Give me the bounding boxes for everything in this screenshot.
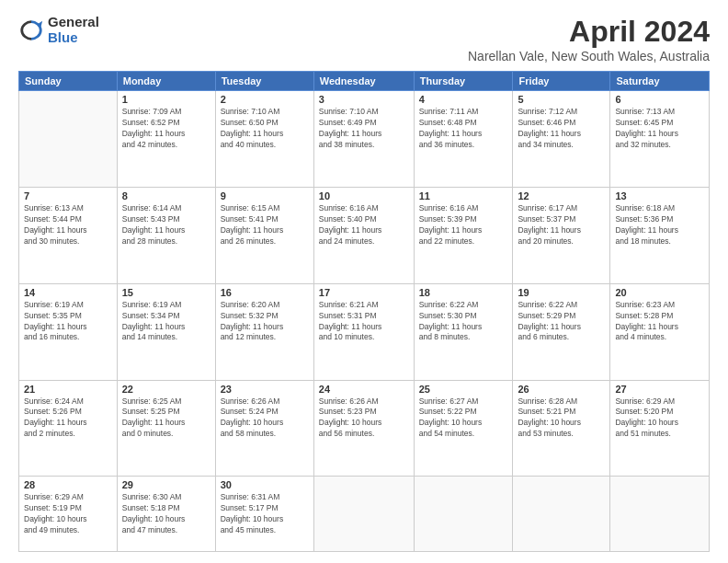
table-row: 24Sunrise: 6:26 AMSunset: 5:23 PMDayligh…: [313, 380, 414, 477]
day-number: 18: [419, 287, 508, 298]
table-row: [313, 477, 414, 552]
header-monday: Monday: [117, 72, 215, 91]
day-info: Sunrise: 6:27 AMSunset: 5:22 PMDaylight:…: [419, 396, 508, 441]
logo-blue-text: Blue: [48, 30, 99, 46]
table-row: 2Sunrise: 7:10 AMSunset: 6:50 PMDaylight…: [215, 91, 313, 188]
day-info: Sunrise: 6:26 AMSunset: 5:23 PMDaylight:…: [319, 396, 409, 441]
day-number: 12: [518, 190, 605, 201]
table-row: 5Sunrise: 7:12 AMSunset: 6:46 PMDaylight…: [513, 91, 610, 188]
logo-text: General Blue: [48, 15, 99, 45]
header-saturday: Saturday: [610, 72, 710, 91]
day-number: 10: [319, 190, 409, 201]
day-info: Sunrise: 6:28 AMSunset: 5:21 PMDaylight:…: [518, 396, 605, 441]
table-row: 21Sunrise: 6:24 AMSunset: 5:26 PMDayligh…: [19, 380, 118, 477]
table-row: 1Sunrise: 7:09 AMSunset: 6:52 PMDaylight…: [117, 91, 215, 188]
day-number: 23: [221, 384, 309, 395]
day-number: 30: [221, 479, 309, 490]
table-row: [513, 477, 610, 552]
day-number: 13: [615, 190, 704, 201]
table-row: 13Sunrise: 6:18 AMSunset: 5:36 PMDayligh…: [610, 187, 710, 283]
calendar: Sunday Monday Tuesday Wednesday Thursday…: [18, 71, 710, 552]
day-info: Sunrise: 6:25 AMSunset: 5:25 PMDaylight:…: [122, 396, 210, 441]
month-title: April 2024: [468, 15, 710, 49]
table-row: 27Sunrise: 6:29 AMSunset: 5:20 PMDayligh…: [610, 380, 710, 477]
day-info: Sunrise: 7:10 AMSunset: 6:49 PMDaylight:…: [319, 107, 409, 151]
day-info: Sunrise: 7:12 AMSunset: 6:46 PMDaylight:…: [518, 107, 605, 151]
day-number: 21: [24, 384, 112, 395]
day-number: 15: [122, 287, 210, 298]
day-info: Sunrise: 7:13 AMSunset: 6:45 PMDaylight:…: [615, 107, 704, 151]
day-number: 25: [419, 384, 508, 395]
day-info: Sunrise: 6:17 AMSunset: 5:37 PMDaylight:…: [518, 203, 605, 247]
table-row: 20Sunrise: 6:23 AMSunset: 5:28 PMDayligh…: [610, 283, 710, 380]
day-number: 17: [319, 287, 409, 298]
day-number: 14: [24, 287, 112, 298]
table-row: 11Sunrise: 6:16 AMSunset: 5:39 PMDayligh…: [414, 187, 513, 283]
day-number: 19: [518, 287, 605, 298]
header: General Blue April 2024 Narellan Vale, N…: [18, 15, 710, 63]
table-row: [610, 477, 710, 552]
table-row: 19Sunrise: 6:22 AMSunset: 5:29 PMDayligh…: [513, 283, 610, 380]
table-row: 30Sunrise: 6:31 AMSunset: 5:17 PMDayligh…: [215, 477, 313, 552]
day-number: 1: [122, 94, 210, 105]
day-info: Sunrise: 6:13 AMSunset: 5:44 PMDaylight:…: [24, 203, 112, 247]
day-number: 2: [221, 94, 309, 105]
day-info: Sunrise: 6:22 AMSunset: 5:29 PMDaylight:…: [518, 300, 605, 344]
day-number: 8: [122, 190, 210, 201]
table-row: 15Sunrise: 6:19 AMSunset: 5:34 PMDayligh…: [117, 283, 215, 380]
day-number: 16: [221, 287, 309, 298]
day-info: Sunrise: 6:19 AMSunset: 5:34 PMDaylight:…: [122, 300, 210, 344]
logo-icon: [18, 17, 44, 43]
day-number: 9: [221, 190, 309, 201]
day-info: Sunrise: 6:30 AMSunset: 5:18 PMDaylight:…: [122, 492, 210, 536]
table-row: 26Sunrise: 6:28 AMSunset: 5:21 PMDayligh…: [513, 380, 610, 477]
day-info: Sunrise: 6:18 AMSunset: 5:36 PMDaylight:…: [615, 203, 704, 247]
page: General Blue April 2024 Narellan Vale, N…: [0, 0, 728, 563]
title-area: April 2024 Narellan Vale, New South Wale…: [468, 15, 710, 63]
day-info: Sunrise: 6:16 AMSunset: 5:39 PMDaylight:…: [419, 203, 508, 247]
calendar-header-row: Sunday Monday Tuesday Wednesday Thursday…: [19, 72, 710, 91]
day-info: Sunrise: 6:29 AMSunset: 5:20 PMDaylight:…: [615, 396, 704, 441]
header-tuesday: Tuesday: [215, 72, 313, 91]
table-row: 25Sunrise: 6:27 AMSunset: 5:22 PMDayligh…: [414, 380, 513, 477]
day-info: Sunrise: 6:15 AMSunset: 5:41 PMDaylight:…: [221, 203, 309, 247]
day-info: Sunrise: 6:26 AMSunset: 5:24 PMDaylight:…: [221, 396, 309, 441]
day-number: 29: [122, 479, 210, 490]
day-info: Sunrise: 6:22 AMSunset: 5:30 PMDaylight:…: [419, 300, 508, 344]
day-info: Sunrise: 6:24 AMSunset: 5:26 PMDaylight:…: [24, 396, 112, 441]
table-row: 10Sunrise: 6:16 AMSunset: 5:40 PMDayligh…: [313, 187, 414, 283]
day-number: 7: [24, 190, 112, 201]
table-row: 12Sunrise: 6:17 AMSunset: 5:37 PMDayligh…: [513, 187, 610, 283]
header-thursday: Thursday: [414, 72, 513, 91]
day-number: 11: [419, 190, 508, 201]
table-row: [414, 477, 513, 552]
table-row: 9Sunrise: 6:15 AMSunset: 5:41 PMDaylight…: [215, 187, 313, 283]
header-wednesday: Wednesday: [313, 72, 414, 91]
day-info: Sunrise: 6:20 AMSunset: 5:32 PMDaylight:…: [221, 300, 309, 344]
table-row: 22Sunrise: 6:25 AMSunset: 5:25 PMDayligh…: [117, 380, 215, 477]
table-row: 28Sunrise: 6:29 AMSunset: 5:19 PMDayligh…: [19, 477, 118, 552]
day-number: 20: [615, 287, 704, 298]
day-info: Sunrise: 6:16 AMSunset: 5:40 PMDaylight:…: [319, 203, 409, 247]
logo: General Blue: [18, 15, 99, 45]
day-number: 22: [122, 384, 210, 395]
day-info: Sunrise: 6:23 AMSunset: 5:28 PMDaylight:…: [615, 300, 704, 344]
day-info: Sunrise: 6:14 AMSunset: 5:43 PMDaylight:…: [122, 203, 210, 247]
table-row: [19, 91, 118, 188]
table-row: 17Sunrise: 6:21 AMSunset: 5:31 PMDayligh…: [313, 283, 414, 380]
day-number: 27: [615, 384, 704, 395]
day-info: Sunrise: 7:10 AMSunset: 6:50 PMDaylight:…: [221, 107, 309, 151]
logo-general-text: General: [48, 15, 99, 30]
table-row: 7Sunrise: 6:13 AMSunset: 5:44 PMDaylight…: [19, 187, 118, 283]
table-row: 14Sunrise: 6:19 AMSunset: 5:35 PMDayligh…: [19, 283, 118, 380]
table-row: 29Sunrise: 6:30 AMSunset: 5:18 PMDayligh…: [117, 477, 215, 552]
table-row: 18Sunrise: 6:22 AMSunset: 5:30 PMDayligh…: [414, 283, 513, 380]
day-info: Sunrise: 6:19 AMSunset: 5:35 PMDaylight:…: [24, 300, 112, 344]
day-info: Sunrise: 6:31 AMSunset: 5:17 PMDaylight:…: [221, 492, 309, 536]
table-row: 23Sunrise: 6:26 AMSunset: 5:24 PMDayligh…: [215, 380, 313, 477]
table-row: 16Sunrise: 6:20 AMSunset: 5:32 PMDayligh…: [215, 283, 313, 380]
header-friday: Friday: [513, 72, 610, 91]
table-row: 8Sunrise: 6:14 AMSunset: 5:43 PMDaylight…: [117, 187, 215, 283]
day-number: 5: [518, 94, 605, 105]
day-number: 4: [419, 94, 508, 105]
